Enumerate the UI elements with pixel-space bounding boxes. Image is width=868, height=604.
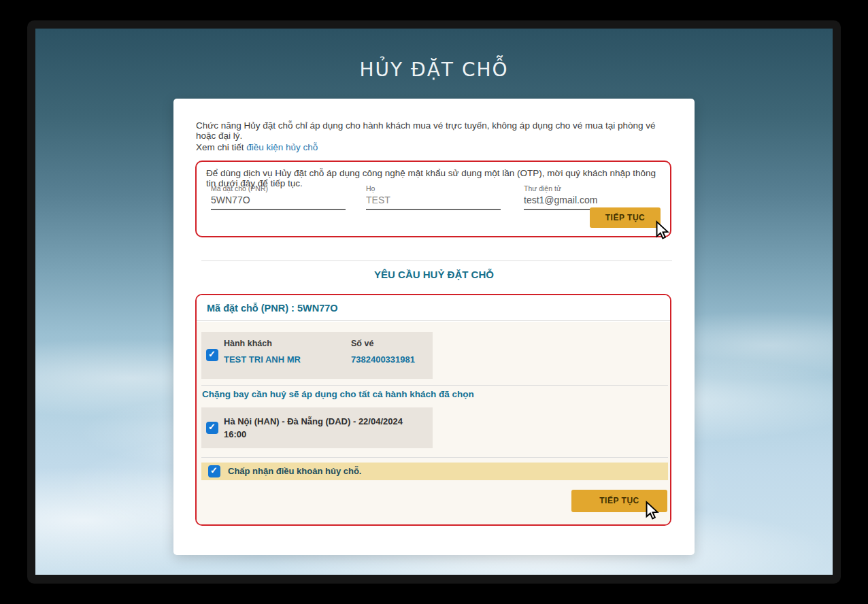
segment-checkbox[interactable]: [206, 422, 218, 434]
otp-form-box: Để dùng dịch vụ Hủy đặt chỗ áp dụng công…: [195, 161, 671, 237]
segment-heading: Chặng bay cần huỷ sẽ áp dụng cho tất cả …: [202, 389, 474, 399]
ticket-number: 7382400331981: [351, 354, 415, 365]
segment-time: 16:00: [224, 428, 403, 441]
page-title: HỦY ĐẶT CHỖ: [35, 58, 833, 81]
cancel-request-body: Hành khách Số vé TEST TRI ANH MR 7382400…: [197, 322, 670, 524]
cursor-icon: [653, 220, 671, 242]
flight-segment-row: Hà Nội (HAN) - Đà Nẵng (DAD) - 22/04/202…: [201, 407, 433, 448]
lastname-input[interactable]: [366, 194, 501, 210]
terms-label: Chấp nhận điều khoản hủy chỗ.: [228, 466, 361, 476]
browser-viewport: HỦY ĐẶT CHỖ Chức năng Hủy đặt chỗ chỉ áp…: [35, 29, 833, 575]
pnr-summary: Mã đặt chỗ (PNR) : 5WN77O: [207, 303, 338, 314]
intro-detail-prefix: Xem chi tiết: [196, 142, 246, 152]
section-divider: [201, 261, 672, 261]
terms-bar: Chấp nhận điều khoản hủy chỗ.: [201, 463, 668, 480]
cancel-request-box: Mã đặt chỗ (PNR) : 5WN77O Hành khách Số …: [195, 294, 671, 526]
terms-checkbox[interactable]: [208, 465, 220, 477]
cursor-icon: [643, 501, 661, 522]
lastname-field-label: Họ: [366, 184, 501, 192]
intro-text: Chức năng Hủy đặt chỗ chỉ áp dụng cho hà…: [196, 120, 676, 141]
main-card: Chức năng Hủy đặt chỗ chỉ áp dụng cho hà…: [173, 99, 695, 555]
pnr-field: Mã đặt chỗ (PNR): [211, 184, 346, 210]
pnr-summary-header: Mã đặt chỗ (PNR) : 5WN77O: [197, 295, 670, 321]
divider: [201, 385, 668, 386]
cancellation-conditions-link[interactable]: điều kiện hủy chỗ: [246, 142, 318, 152]
lastname-field: Họ: [366, 184, 501, 210]
passenger-column-header: Hành khách: [224, 339, 272, 348]
request-section-heading: YÊU CẦU HUỶ ĐẶT CHỖ: [173, 269, 695, 280]
segment-info: Hà Nội (HAN) - Đà Nẵng (DAD) - 22/04/202…: [224, 415, 403, 441]
otp-continue-button[interactable]: TIẾP TỤC: [590, 207, 661, 228]
pnr-field-label: Mã đặt chỗ (PNR): [211, 184, 346, 192]
segment-route: Hà Nội (HAN) - Đà Nẵng (DAD) - 22/04/202…: [224, 415, 403, 428]
passenger-name: TEST TRI ANH MR: [224, 354, 301, 365]
divider: [201, 457, 668, 458]
passenger-table: Hành khách Số vé TEST TRI ANH MR 7382400…: [201, 332, 433, 379]
ticket-column-header: Số vé: [351, 339, 373, 348]
email-field-label: Thư điện tử: [524, 184, 660, 192]
intro-detail-line: Xem chi tiết điều kiện hủy chỗ: [196, 142, 318, 152]
passenger-checkbox[interactable]: [206, 349, 218, 361]
email-field: Thư điện tử: [524, 184, 660, 210]
pnr-input[interactable]: [211, 194, 346, 210]
